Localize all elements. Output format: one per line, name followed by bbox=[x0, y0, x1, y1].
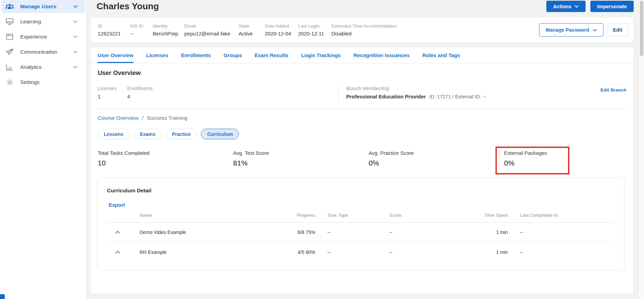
header-cell-task-type: Task Type bbox=[315, 213, 389, 218]
stat-external-packages: External Packages 0% bbox=[504, 150, 547, 167]
export-link[interactable]: Export bbox=[109, 202, 125, 208]
cell-name: RH Example bbox=[140, 249, 281, 255]
tab-groups[interactable]: Groups bbox=[223, 47, 242, 63]
paper-plane-icon bbox=[4, 49, 15, 55]
sidebar: Manage Users Learning Experience bbox=[0, 0, 87, 299]
stat-value: 81% bbox=[233, 159, 369, 167]
header-cell-name: Name bbox=[140, 213, 281, 218]
breadcrumb-separator: / bbox=[142, 115, 143, 121]
field-state: State Active bbox=[239, 23, 265, 36]
stat-value: 0% bbox=[369, 159, 504, 167]
field-label: Identity bbox=[153, 23, 184, 29]
window-icon bbox=[4, 34, 15, 40]
collapse-row-icon[interactable] bbox=[107, 251, 140, 254]
field-value: BenchPrep bbox=[153, 31, 184, 36]
field-extended-time: Extended Time Accommodation Disabled bbox=[331, 23, 397, 36]
field-email: Email pepu12@email.fake bbox=[184, 23, 239, 36]
breadcrumb-current: Success Training bbox=[147, 115, 187, 121]
field-value: 2020-12-04 bbox=[265, 31, 298, 36]
tab-enrollments[interactable]: Enrollments bbox=[181, 47, 211, 63]
actions-button[interactable]: Actions bbox=[546, 1, 586, 12]
pill-exams[interactable]: Exams bbox=[134, 129, 162, 139]
pill-lessons[interactable]: Lessons bbox=[98, 129, 130, 139]
licenses-value: 1 bbox=[98, 94, 127, 100]
sidebar-item-learning[interactable]: Learning bbox=[1, 15, 85, 28]
field-label: ID bbox=[98, 23, 130, 29]
edit-branch-link[interactable]: Edit Branch bbox=[600, 86, 626, 93]
stat-label: External Packages bbox=[504, 150, 547, 156]
field-value: 12623221 bbox=[98, 31, 130, 36]
manage-password-button[interactable]: Manage Password bbox=[539, 23, 603, 36]
stat-total-tasks: Total Tasks Completed 10 bbox=[98, 150, 233, 167]
chevron-down-icon bbox=[73, 35, 78, 38]
edit-button[interactable]: Edit bbox=[607, 23, 629, 36]
sidebar-item-manage-users[interactable]: Manage Users bbox=[1, 0, 85, 13]
sidebar-item-label: Manage Users bbox=[20, 3, 73, 10]
tab-roles-and-tags[interactable]: Roles and Tags bbox=[422, 47, 460, 63]
tab-login-trackings[interactable]: Login Trackings bbox=[301, 47, 341, 63]
chevron-down-icon bbox=[73, 66, 78, 68]
cell-last-completed: -- bbox=[508, 249, 616, 255]
tab-user-overview[interactable]: User Overview bbox=[98, 47, 133, 63]
chevron-down-icon bbox=[73, 20, 78, 23]
licenses-label: Licenses bbox=[98, 86, 127, 91]
sidebar-item-communication[interactable]: Communication bbox=[1, 45, 85, 58]
sidebar-item-settings[interactable]: Settings bbox=[1, 76, 85, 89]
field-label: State bbox=[239, 23, 265, 29]
sidebar-item-experience[interactable]: Experience bbox=[1, 30, 85, 43]
vertical-scrollbar[interactable] bbox=[638, 0, 644, 299]
field-value: -- bbox=[130, 31, 153, 36]
enrollments-label: Enrollments bbox=[127, 86, 153, 91]
tab-licenses[interactable]: Licenses bbox=[146, 47, 168, 63]
stat-label: Avg. Test Score bbox=[233, 150, 369, 156]
stat-value: 10 bbox=[98, 159, 233, 167]
chevron-down-icon bbox=[575, 5, 579, 8]
titlebar: Charles Young Actions Impersonate bbox=[90, 0, 634, 12]
chevron-down-icon bbox=[73, 51, 78, 53]
bar-chart-icon bbox=[4, 64, 15, 71]
tab-exam-results[interactable]: Exam Results bbox=[254, 47, 288, 63]
cell-score: -- bbox=[389, 229, 439, 235]
enrollments-value: 4 bbox=[127, 94, 153, 100]
sidebar-footer-indicator[interactable] bbox=[0, 294, 5, 299]
field-label: Extended Time Accommodation bbox=[331, 23, 397, 29]
sidebar-item-label: Analytics bbox=[20, 64, 73, 70]
cell-time-spent: 1 min bbox=[439, 249, 508, 255]
field-value: Active bbox=[239, 31, 265, 36]
stat-label: Total Tasks Completed bbox=[98, 150, 233, 156]
user-info-card: ID 12623221 SIS ID -- Identity BenchPrep… bbox=[90, 17, 634, 43]
curriculum-detail-title: Curriculum Detail bbox=[97, 188, 624, 194]
actions-button-label: Actions bbox=[553, 4, 571, 9]
impersonate-button[interactable]: Impersonate bbox=[590, 1, 634, 12]
manage-password-label: Manage Password bbox=[546, 27, 589, 33]
field-value: 2020-12-11 bbox=[298, 31, 331, 36]
pill-practice[interactable]: Practice bbox=[166, 129, 197, 139]
scrollbar-thumb[interactable] bbox=[640, 1, 643, 56]
branch-membership-value: Professional Education ProviderID: 17271… bbox=[346, 94, 486, 99]
users-icon bbox=[4, 3, 15, 10]
sidebar-item-label: Experience bbox=[20, 34, 73, 40]
breadcrumb-course-overview[interactable]: Course Overview bbox=[98, 115, 139, 121]
field-label: Email bbox=[184, 23, 239, 29]
branch-membership: Branch Membership Professional Education… bbox=[339, 86, 486, 99]
header-cell-score: Score bbox=[389, 213, 439, 218]
field-identity: Identity BenchPrep bbox=[153, 23, 184, 36]
branch-details: ID: 17271 / External ID: -- bbox=[429, 94, 486, 99]
pill-curriculum[interactable]: Curriculum bbox=[201, 129, 239, 139]
collapse-row-icon[interactable] bbox=[107, 231, 140, 234]
cell-task-type: -- bbox=[315, 249, 389, 255]
cell-progress: 6/8 75% bbox=[281, 229, 315, 235]
sidebar-item-analytics[interactable]: Analytics bbox=[1, 61, 85, 74]
field-value: Disabled bbox=[331, 31, 397, 36]
table-row: RH Example 4/5 80% -- -- 1 min -- bbox=[107, 242, 614, 262]
field-label: SIS ID bbox=[130, 23, 153, 29]
cell-time-spent: 1 min bbox=[439, 229, 508, 235]
overview-summary: Licenses 1 Enrollments 4 Branch Membersh… bbox=[91, 77, 633, 100]
tab-recognition-issuances[interactable]: Recognition Issuances bbox=[353, 47, 410, 63]
sidebar-item-label: Settings bbox=[20, 79, 85, 85]
user-info-fields: ID 12623221 SIS ID -- Identity BenchPrep… bbox=[98, 23, 397, 36]
tab-bar: User Overview Licenses Enrollments Group… bbox=[91, 47, 633, 63]
summary-stats: Total Tasks Completed 10 Avg. Test Score… bbox=[91, 139, 633, 167]
page-title: Charles Young bbox=[97, 1, 159, 12]
branch-name: Professional Education Provider bbox=[346, 94, 426, 99]
